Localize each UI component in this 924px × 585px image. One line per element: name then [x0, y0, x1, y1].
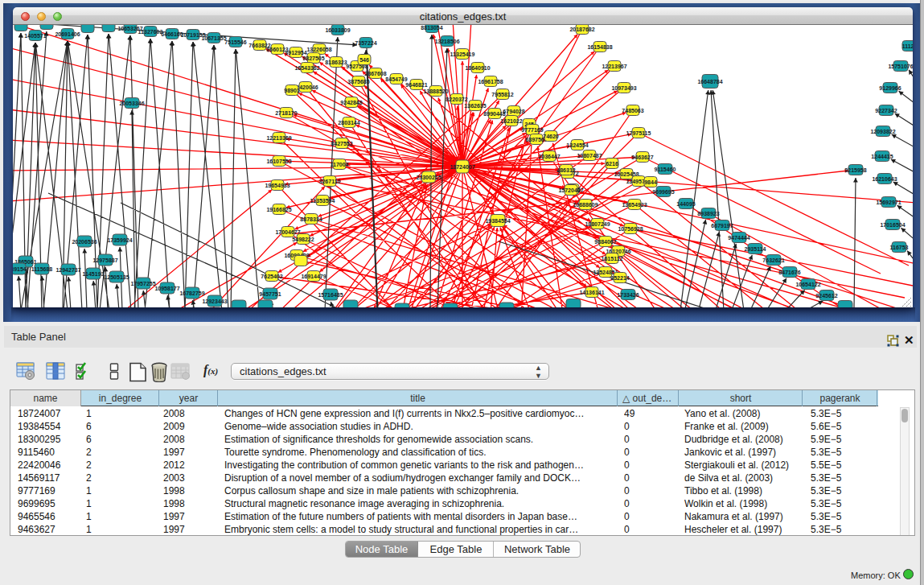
svg-text:12213967: 12213967	[602, 64, 626, 69]
svg-text:1405571: 1405571	[24, 33, 46, 39]
svg-text:6679197: 6679197	[711, 223, 733, 229]
svg-text:20206536: 20206536	[72, 239, 97, 245]
svg-text:15692971: 15692971	[876, 200, 901, 205]
svg-text:1115688: 1115688	[31, 266, 53, 272]
svg-text:17004677: 17004677	[275, 229, 300, 235]
svg-text:8454749: 8454749	[385, 76, 407, 82]
svg-text:17359924: 17359924	[107, 237, 132, 243]
svg-text:18807249: 18807249	[585, 221, 610, 227]
svg-text:17016504: 17016504	[880, 222, 905, 228]
svg-text:116753: 116753	[890, 245, 909, 250]
svg-text:9474444: 9474444	[728, 235, 749, 241]
svg-text:144095: 144095	[676, 201, 695, 207]
svg-text:10671355: 10671355	[201, 35, 226, 41]
svg-text:9646821: 9646821	[405, 82, 427, 88]
svg-text:9245612: 9245612	[815, 293, 837, 299]
svg-text:18640910: 18640910	[465, 65, 490, 71]
svg-text:8471676: 8471676	[778, 270, 800, 275]
svg-text:1621022: 1621022	[500, 118, 522, 124]
svg-text:20187682: 20187682	[569, 27, 594, 32]
svg-text:12093822: 12093822	[870, 129, 895, 134]
svg-text:16210643: 16210643	[872, 176, 897, 182]
svg-text:1324554: 1324554	[566, 142, 588, 148]
svg-text:1362635: 1362635	[464, 103, 486, 109]
svg-text:8813054: 8813054	[421, 25, 442, 31]
svg-text:16961758: 16961758	[478, 79, 503, 84]
svg-text:5498222: 5498222	[292, 237, 314, 242]
svg-text:17975115: 17975115	[626, 130, 651, 136]
svg-text:9227342: 9227342	[875, 108, 897, 113]
svg-text:2935114: 2935114	[745, 246, 766, 252]
svg-text:11353594: 11353594	[310, 198, 335, 204]
svg-text:13654923: 13654923	[622, 202, 647, 208]
svg-text:9827505: 9827505	[302, 56, 324, 61]
svg-text:19166825: 19166825	[266, 207, 291, 212]
svg-text:18724007: 18724007	[450, 164, 474, 170]
svg-text:10654122: 10654122	[795, 282, 820, 287]
svg-text:1733426: 1733426	[617, 292, 639, 298]
svg-text:10688609: 10688609	[573, 202, 598, 208]
svg-text:15751076: 15751076	[888, 64, 913, 69]
svg-text:10807487: 10807487	[577, 153, 602, 159]
svg-text:9844: 9844	[644, 179, 657, 185]
svg-text:8912954: 8912954	[285, 50, 306, 56]
svg-text:12942737: 12942737	[55, 267, 80, 273]
svg-text:16033809: 16033809	[325, 27, 350, 33]
svg-text:1244415: 1244415	[871, 154, 893, 159]
svg-text:3875685: 3875685	[347, 79, 369, 84]
svg-text:15720407: 15720407	[558, 187, 583, 193]
svg-text:16782759: 16782759	[179, 290, 204, 296]
svg-text:19654933: 19654933	[265, 183, 290, 188]
svg-text:14136141: 14136141	[579, 290, 604, 295]
svg-text:23300215: 23300215	[416, 175, 441, 180]
svg-text:11124: 11124	[902, 43, 913, 49]
svg-text:1615112: 1615112	[602, 256, 623, 262]
svg-text:8427552: 8427552	[331, 141, 352, 146]
svg-text:1145193: 1145193	[83, 271, 105, 277]
svg-text:12505135: 12505135	[104, 274, 129, 280]
svg-text:9457751: 9457751	[259, 291, 281, 297]
svg-text:20053346: 20053346	[119, 101, 144, 106]
svg-text:2036447: 2036447	[538, 154, 560, 159]
svg-text:9129966: 9129966	[879, 85, 901, 91]
svg-text:7632621: 7632621	[762, 257, 784, 263]
svg-text:9463627: 9463627	[631, 154, 653, 160]
svg-text:9884067: 9884067	[594, 239, 616, 245]
svg-text:2867608: 2867608	[364, 71, 386, 76]
svg-text:9777169: 9777169	[521, 127, 543, 133]
svg-text:6794028: 6794028	[503, 109, 524, 114]
svg-text:20691406: 20691406	[55, 31, 80, 37]
svg-text:7515546: 7515546	[224, 39, 246, 45]
svg-text:16154838: 16154838	[587, 44, 612, 50]
svg-text:10958177: 10958177	[154, 286, 179, 291]
svg-text:117004: 117004	[331, 162, 349, 167]
svg-text:16648784: 16648784	[697, 79, 722, 84]
svg-text:13888520: 13888520	[423, 89, 448, 94]
svg-text:16107553: 16107553	[266, 159, 291, 164]
svg-text:12975887: 12975887	[92, 257, 117, 263]
svg-text:8938923: 8938923	[697, 211, 719, 216]
svg-text:7357224: 7357224	[355, 40, 376, 46]
svg-text:13226058: 13226058	[306, 47, 331, 52]
svg-text:98901: 98901	[284, 88, 300, 93]
svg-text:7485063: 7485063	[622, 108, 643, 113]
svg-text:13218506: 13218506	[434, 39, 459, 44]
svg-text:74620: 74620	[543, 134, 559, 139]
svg-text:9242848: 9242848	[340, 100, 362, 105]
svg-text:3267110: 3267110	[319, 179, 341, 184]
svg-text:8878334: 8878334	[300, 216, 322, 222]
svg-text:2803144: 2803144	[338, 120, 359, 126]
svg-text:16914479: 16914479	[301, 274, 326, 279]
svg-text:2718170: 2718170	[275, 110, 297, 116]
svg-text:17957255: 17957255	[130, 281, 155, 286]
svg-text:252214: 252214	[610, 275, 629, 281]
svg-text:11325419: 11325419	[450, 51, 475, 57]
svg-text:8186323: 8186323	[325, 60, 347, 65]
svg-text:19384554: 19384554	[485, 218, 510, 224]
svg-text:9115460: 9115460	[655, 167, 676, 172]
svg-text:10756928: 10756928	[618, 226, 643, 232]
svg-text:546: 546	[359, 57, 369, 63]
svg-text:8220372: 8220372	[446, 97, 467, 102]
svg-text:15716485: 15716485	[318, 292, 343, 298]
svg-text:12213369: 12213369	[266, 135, 291, 141]
